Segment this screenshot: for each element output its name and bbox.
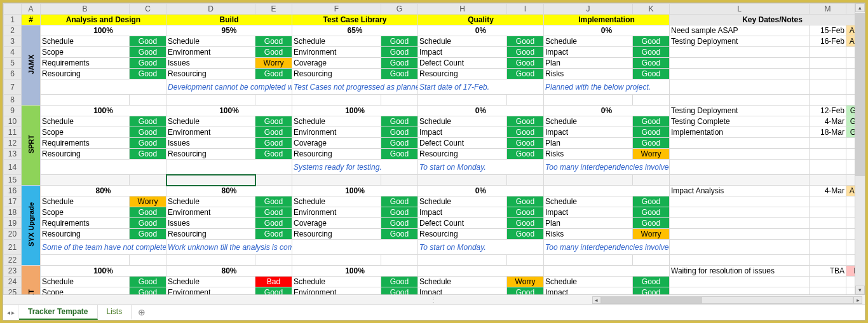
status-good[interactable]: Good <box>130 229 166 240</box>
header-quality[interactable]: Quality <box>418 15 544 25</box>
status-good[interactable]: Good <box>507 69 544 79</box>
header-notes[interactable]: Key Dates/Notes <box>670 15 865 25</box>
col-K[interactable]: K <box>633 4 670 15</box>
project-tab-SYX Upgrade[interactable]: SYX Upgrade <box>22 186 41 266</box>
cell[interactable] <box>633 175 670 186</box>
cell[interactable]: Impact <box>544 127 633 138</box>
status-good[interactable]: Good <box>130 58 166 69</box>
cell[interactable]: Scope <box>41 287 130 295</box>
status-good[interactable]: Good <box>130 277 166 287</box>
cell[interactable] <box>507 95 544 106</box>
status-good[interactable]: Good <box>381 207 418 218</box>
cell[interactable]: Defect Count <box>418 138 507 149</box>
cell[interactable]: Impact <box>544 207 633 218</box>
project-tab-SPRT[interactable]: SPRT <box>22 106 41 186</box>
pct-cell[interactable]: 100% <box>292 186 418 196</box>
cell[interactable] <box>418 95 507 106</box>
pct-cell[interactable] <box>418 266 544 277</box>
cell[interactable] <box>130 175 166 186</box>
cell[interactable]: 4-Mar <box>810 116 846 127</box>
cell[interactable]: 4-Mar <box>810 186 846 196</box>
status-good[interactable]: Good <box>381 47 418 58</box>
row-header-6[interactable]: 6 <box>4 69 22 79</box>
add-sheet-button[interactable]: ⊕ <box>132 305 152 320</box>
col-E[interactable]: E <box>255 4 292 15</box>
cell[interactable]: Risks <box>544 149 633 160</box>
cell[interactable]: Impact <box>418 47 507 58</box>
cell[interactable]: Environment <box>292 127 381 138</box>
vertical-scrollbar[interactable]: ▴ ▾ <box>855 3 865 294</box>
scroll-left-button[interactable]: ◂ <box>592 296 601 304</box>
cell[interactable]: Schedule <box>544 196 633 207</box>
cell[interactable]: Waiting for resolution of issues <box>670 266 810 277</box>
status-good[interactable]: Good <box>255 138 292 149</box>
cell[interactable]: Defect Count <box>418 58 507 69</box>
cell[interactable] <box>166 255 255 266</box>
cell[interactable]: Testing Deployment <box>670 106 810 116</box>
cell[interactable]: Schedule <box>544 116 633 127</box>
cell[interactable] <box>670 79 810 95</box>
comment-quality[interactable]: To start on Monday. <box>418 240 544 255</box>
comment-quality[interactable]: Start date of 17-Feb. <box>418 79 544 95</box>
cell[interactable]: Schedule <box>166 277 255 287</box>
status-good[interactable]: Good <box>130 287 166 295</box>
cell[interactable]: Requirements <box>41 58 130 69</box>
status-good[interactable]: Good <box>381 58 418 69</box>
cell[interactable]: Defect Count <box>418 218 507 229</box>
status-good[interactable]: Good <box>255 127 292 138</box>
pct-cell[interactable]: 95% <box>166 25 292 36</box>
row-header-2[interactable]: 2 <box>4 25 22 36</box>
status-good[interactable]: Good <box>381 149 418 160</box>
status-good[interactable]: Good <box>633 196 670 207</box>
cell[interactable]: Resourcing <box>166 69 255 79</box>
row-header-15[interactable]: 15 <box>4 175 22 186</box>
cell[interactable]: Plan <box>544 218 633 229</box>
cell[interactable] <box>810 58 846 69</box>
cell[interactable]: Scope <box>41 127 130 138</box>
cell[interactable] <box>130 255 166 266</box>
pct-cell[interactable]: 80% <box>41 186 166 196</box>
pct-cell[interactable]: 100% <box>41 25 166 36</box>
project-tab-JAMX[interactable]: JAMX <box>22 25 41 106</box>
cell[interactable] <box>810 218 846 229</box>
cell[interactable]: Issues <box>166 58 255 69</box>
status-good[interactable]: Good <box>381 138 418 149</box>
status-good[interactable]: Good <box>381 196 418 207</box>
pct-cell[interactable]: 0% <box>544 106 670 116</box>
row-header-9[interactable]: 9 <box>4 106 22 116</box>
status-good[interactable]: Good <box>130 127 166 138</box>
cell[interactable]: Impact <box>544 287 633 295</box>
cell[interactable] <box>507 255 544 266</box>
status-good[interactable]: Good <box>507 116 544 127</box>
cell[interactable]: Need sample ASAP <box>670 25 810 36</box>
cell[interactable] <box>418 255 507 266</box>
cell[interactable] <box>544 95 633 106</box>
project-tab-Rules XT[interactable]: Rules XT <box>22 266 41 295</box>
cell[interactable]: Schedule <box>41 196 130 207</box>
status-good[interactable]: Good <box>130 69 166 79</box>
cell[interactable]: Resourcing <box>292 69 381 79</box>
select-all-corner[interactable] <box>4 4 22 15</box>
row-header-21[interactable]: 21 <box>4 240 22 255</box>
status-good[interactable]: Good <box>507 207 544 218</box>
comment-quality[interactable]: To start on Monday. <box>418 160 544 175</box>
header-impl[interactable]: Implementation <box>544 15 670 25</box>
cell[interactable]: Resourcing <box>166 149 255 160</box>
comment-tcl[interactable] <box>292 240 418 255</box>
status-good[interactable]: Good <box>633 218 670 229</box>
cell[interactable] <box>670 175 810 186</box>
col-A[interactable]: A <box>22 4 41 15</box>
cell[interactable]: TBA <box>810 266 846 277</box>
cell[interactable]: Scope <box>41 47 130 58</box>
pct-cell[interactable]: 0% <box>418 25 544 36</box>
status-good[interactable]: Good <box>255 47 292 58</box>
horizontal-scrollbar[interactable]: ◂ ▸ <box>442 296 862 304</box>
cell[interactable] <box>381 175 418 186</box>
comment-analysis[interactable]: Some of the team have not completed thei… <box>41 240 166 255</box>
status-good[interactable]: Good <box>255 218 292 229</box>
cell[interactable] <box>255 175 292 186</box>
pct-cell[interactable]: 0% <box>418 106 544 116</box>
status-good[interactable]: Good <box>507 229 544 240</box>
cell[interactable] <box>292 95 381 106</box>
cell[interactable] <box>810 277 846 287</box>
